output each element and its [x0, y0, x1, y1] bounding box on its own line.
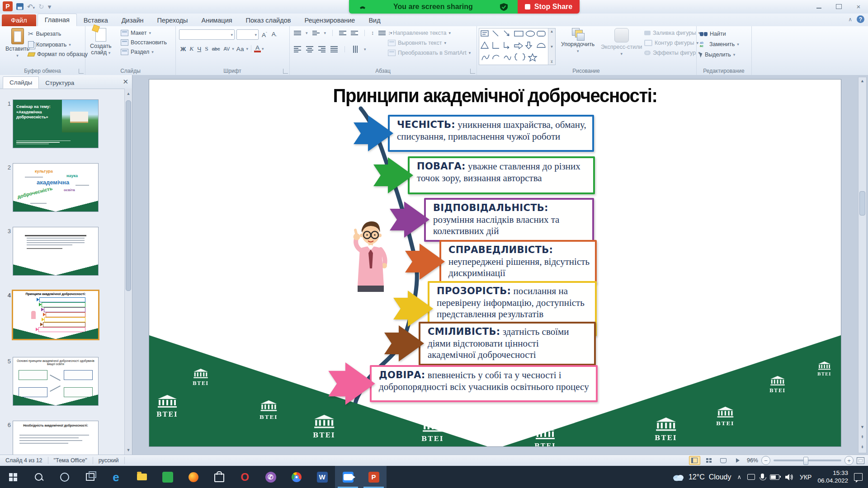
editor-scrollbar[interactable]: ▲ ▼ ⇞ ⇟: [858, 77, 867, 453]
zoom-level[interactable]: 96%: [747, 457, 758, 464]
line-spacing-button[interactable]: ↕: [371, 30, 374, 36]
zoom-in-button[interactable]: +: [844, 456, 854, 465]
taskbar-file-explorer[interactable]: [129, 466, 155, 488]
shapes-gallery-scrollbar[interactable]: ▲▼⊻: [548, 28, 555, 65]
view-reading-button[interactable]: [718, 456, 729, 465]
stop-share-button[interactable]: Stop Share: [518, 0, 580, 14]
slide-canvas[interactable]: Принципи академічної доброчесності: ВТЕІ…: [149, 80, 841, 446]
clipboard-dialog-launcher[interactable]: [79, 69, 84, 74]
task-view-button[interactable]: [77, 466, 103, 488]
change-case-button[interactable]: Аа: [235, 46, 245, 52]
taskbar-edge[interactable]: e: [103, 466, 129, 488]
font-name-combo[interactable]: ▾: [179, 29, 235, 40]
tab-view[interactable]: Вид: [362, 14, 387, 26]
keyboard-language[interactable]: УКР: [800, 474, 811, 481]
align-center-button[interactable]: [306, 46, 313, 52]
view-slide-sorter-button[interactable]: [703, 456, 715, 465]
save-icon[interactable]: [16, 3, 24, 10]
character-spacing-button[interactable]: AV: [222, 46, 231, 52]
scroll-down-icon[interactable]: ▼: [859, 425, 866, 429]
tray-expand-icon[interactable]: ∧: [737, 474, 742, 480]
zoom-slider-thumb[interactable]: [803, 457, 808, 465]
font-dialog-launcher[interactable]: [283, 69, 288, 74]
clock[interactable]: 15:33 06.04.2022: [817, 469, 848, 485]
tab-animations[interactable]: Анимация: [195, 14, 239, 26]
align-right-button[interactable]: [318, 46, 326, 52]
tab-transitions[interactable]: Переходы: [151, 14, 195, 26]
taskbar-cortana[interactable]: [52, 466, 77, 488]
paste-button[interactable]: Вставить▾: [5, 28, 29, 58]
layout-button[interactable]: Макет▾: [121, 30, 167, 36]
redo-icon[interactable]: ↻: [38, 3, 44, 10]
panel-scrollbar-thumb[interactable]: [126, 100, 131, 291]
bullets-button[interactable]: [294, 31, 301, 35]
new-slide-button[interactable]: Создатьслайд ▾: [90, 28, 112, 56]
volume-icon[interactable]: [785, 474, 794, 481]
taskbar-chrome[interactable]: [283, 466, 309, 488]
tab-design[interactable]: Дизайн: [115, 14, 151, 26]
microphone-icon[interactable]: [761, 474, 764, 480]
principle-row-fairness[interactable]: СПРАВЕДЛИВІСТЬ: неупереджені рішення, ві…: [405, 240, 597, 284]
taskbar-firefox[interactable]: [180, 466, 206, 488]
italic-button[interactable]: К: [188, 45, 195, 52]
taskbar-viber[interactable]: ✆: [258, 466, 283, 488]
paragraph-dialog-launcher[interactable]: [470, 69, 475, 74]
select-button[interactable]: Выделить▾: [700, 52, 739, 58]
close-pane-icon[interactable]: ✕: [123, 78, 128, 86]
find-button[interactable]: Найти: [700, 31, 739, 37]
zoom-out-button[interactable]: −: [761, 456, 770, 465]
weather-widget[interactable]: 12°C Cloudy: [672, 473, 731, 481]
taskbar-store[interactable]: [206, 466, 232, 488]
slide-thumbnail-2[interactable]: культура наука академічна доброчесність …: [13, 163, 99, 212]
reset-button[interactable]: Восстановить: [121, 39, 167, 46]
battery-icon[interactable]: [770, 474, 779, 480]
language-indicator[interactable]: русский: [93, 457, 125, 464]
text-shadow-button[interactable]: S: [203, 45, 210, 52]
help-icon[interactable]: ?: [857, 15, 864, 23]
decrease-indent-button[interactable]: [339, 31, 346, 35]
text-direction-button[interactable]: ↕Направление текста▾: [388, 30, 471, 36]
section-button[interactable]: Раздел▾: [121, 49, 167, 55]
tab-slideshow[interactable]: Показ слайдов: [239, 14, 298, 26]
principle-row-honesty[interactable]: ЧЕСНІСТЬ: уникнення шахрайства, обману, …: [354, 115, 594, 152]
scroll-up-icon[interactable]: ▲: [859, 79, 866, 83]
columns-button[interactable]: [353, 46, 358, 53]
slide-thumbnail-4-selected[interactable]: Принципи академічної доброчесності:: [12, 290, 99, 340]
tablet-mode-icon[interactable]: [747, 474, 755, 480]
editor-scrollbar-thumb[interactable]: [859, 191, 865, 216]
taskbar-search[interactable]: [26, 466, 52, 488]
arrange-button[interactable]: Упорядочить▾: [561, 28, 594, 54]
shape-effects-button[interactable]: Эффекты фигур▾: [644, 50, 700, 56]
copy-button[interactable]: Копировать▾: [28, 41, 88, 48]
next-slide-button[interactable]: ⇟: [859, 445, 866, 449]
slide-thumbnail-6[interactable]: Необхідність академічної доброчесності:: [13, 421, 99, 455]
minimize-ribbon-icon[interactable]: ∧: [848, 16, 852, 23]
minimize-button[interactable]: [812, 2, 826, 11]
shape-outline-button[interactable]: Контур фигуры▾: [644, 40, 700, 46]
font-size-combo[interactable]: ▾: [236, 29, 259, 40]
taskbar-zoom[interactable]: [335, 466, 361, 488]
tab-review[interactable]: Рецензирование: [297, 14, 362, 26]
principle-row-responsibility[interactable]: ВІДПОВІДАЛЬНІСТЬ: розуміння наслідків вл…: [390, 198, 594, 242]
slide-thumbnail-5[interactable]: Основні принципи академічної доброчеснос…: [13, 357, 99, 406]
align-left-button[interactable]: [294, 46, 301, 52]
justify-button[interactable]: [330, 46, 338, 52]
taskbar-powerpoint[interactable]: P: [361, 466, 387, 488]
quick-styles-button[interactable]: Экспресс-стили▾: [601, 28, 642, 56]
shapes-gallery[interactable]: ▲▼⊻: [479, 28, 556, 65]
shrink-font-button[interactable]: Аˇ: [270, 31, 278, 39]
maximize-button[interactable]: [832, 2, 845, 11]
action-center-icon[interactable]: [854, 473, 863, 481]
start-button[interactable]: [0, 466, 26, 488]
view-normal-button[interactable]: [689, 456, 700, 465]
customize-qat-icon[interactable]: ▾: [48, 3, 52, 10]
tab-file[interactable]: Файл: [2, 14, 36, 26]
fit-to-window-button[interactable]: [857, 457, 864, 464]
principle-row-respect[interactable]: ПОВАГА: уважне ставлення до різних точок…: [373, 156, 595, 194]
close-button[interactable]: ×: [852, 2, 865, 11]
replace-button[interactable]: abасЗаменить▾: [700, 41, 739, 47]
principle-row-courage[interactable]: СМІЛИВІСТЬ: здатність своїми діями відст…: [384, 322, 596, 366]
view-slideshow-button[interactable]: [732, 456, 744, 465]
cut-button[interactable]: ✂Вырезать: [28, 30, 88, 38]
bold-button[interactable]: Ж: [179, 46, 187, 52]
